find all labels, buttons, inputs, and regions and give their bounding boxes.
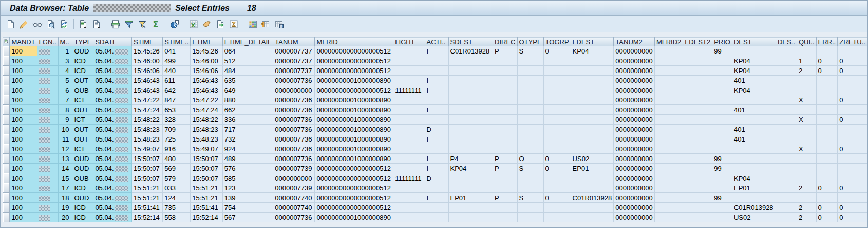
cell-acti[interactable]: I bbox=[425, 154, 448, 164]
cell-qui[interactable] bbox=[797, 173, 816, 183]
cell-direc[interactable] bbox=[493, 66, 517, 76]
cell-lgn[interactable] bbox=[37, 164, 58, 173]
cell-stime[interactable]: 15:51:21 bbox=[132, 193, 163, 203]
cell-mfrid[interactable]: 00000000000000000512 bbox=[315, 193, 393, 203]
cell-stime_d[interactable]: 569 bbox=[163, 164, 191, 173]
cell-tanum[interactable]: 0000007740 bbox=[273, 193, 315, 203]
cell-direc[interactable]: P bbox=[493, 154, 517, 164]
cell-qui[interactable]: 2 bbox=[797, 203, 816, 213]
create-icon[interactable] bbox=[4, 17, 17, 31]
cell-fdest2[interactable] bbox=[683, 95, 712, 105]
cell-stime[interactable]: 15:50:07 bbox=[132, 154, 163, 164]
col-header-stime[interactable]: STIME bbox=[132, 38, 163, 46]
cell-err[interactable] bbox=[816, 85, 838, 95]
cell-stime[interactable]: 15:51:41 bbox=[132, 203, 163, 213]
row-select-button[interactable] bbox=[3, 164, 10, 173]
cell-stime[interactable]: 15:46:43 bbox=[132, 76, 163, 85]
cell-light[interactable] bbox=[393, 164, 425, 173]
cell-m[interactable]: 8 bbox=[58, 105, 72, 115]
cell-fdest2[interactable] bbox=[683, 183, 712, 193]
print-icon[interactable] bbox=[109, 17, 122, 31]
cell-etime_detail[interactable]: 754 bbox=[222, 203, 273, 213]
cell-tanum[interactable]: 0000007736 bbox=[273, 95, 315, 105]
cell-etime_detail[interactable]: 924 bbox=[222, 144, 273, 154]
cell-fdest2[interactable] bbox=[683, 154, 712, 164]
cell-mandt[interactable]: 100 bbox=[10, 125, 37, 134]
cell-stime[interactable]: 15:50:07 bbox=[132, 173, 163, 183]
cell-fdest2[interactable] bbox=[683, 125, 712, 134]
cell-sdest[interactable] bbox=[448, 66, 493, 76]
cell-type[interactable]: OUD bbox=[72, 154, 93, 164]
cell-etime[interactable]: 15:48:23 bbox=[191, 125, 223, 134]
cell-lgn[interactable] bbox=[37, 203, 58, 213]
cell-etime_detail[interactable]: 489 bbox=[222, 154, 273, 164]
cell-dest[interactable] bbox=[732, 164, 776, 173]
cell-mandt[interactable]: 100 bbox=[10, 66, 37, 76]
cell-etime[interactable]: 15:46:06 bbox=[191, 66, 223, 76]
cell-des[interactable] bbox=[776, 85, 797, 95]
cell-lgn[interactable] bbox=[37, 76, 58, 85]
cell-otype[interactable] bbox=[517, 85, 543, 95]
cell-acti[interactable] bbox=[425, 144, 448, 154]
cell-otype[interactable]: S bbox=[517, 164, 543, 173]
cell-acti[interactable] bbox=[425, 203, 448, 213]
cell-mfrid2[interactable] bbox=[654, 154, 683, 164]
cell-qui[interactable] bbox=[797, 154, 816, 164]
cell-dest[interactable]: C01R013928 bbox=[732, 203, 776, 213]
cell-tanum[interactable]: 0000007736 bbox=[273, 144, 315, 154]
cell-mfrid2[interactable] bbox=[654, 95, 683, 105]
cell-acti[interactable]: D bbox=[425, 125, 448, 134]
cell-etime[interactable]: 15:47:22 bbox=[191, 95, 223, 105]
col-header-togrp[interactable]: TOGRP bbox=[543, 38, 571, 46]
row-select-button[interactable] bbox=[3, 115, 10, 125]
cell-prio[interactable] bbox=[712, 115, 732, 125]
cell-zretu[interactable]: 0 bbox=[838, 56, 867, 66]
cell-light[interactable] bbox=[393, 76, 425, 85]
cell-light[interactable] bbox=[393, 183, 425, 193]
cell-mfrid[interactable]: 00000000001000000890 bbox=[315, 95, 393, 105]
col-header-mfrid[interactable]: MFRID bbox=[315, 38, 393, 46]
cell-sdate[interactable]: 05.04. bbox=[93, 85, 132, 95]
cell-sdate[interactable]: 05.04. bbox=[93, 56, 132, 66]
cell-dest[interactable] bbox=[732, 46, 776, 56]
cell-mfrid2[interactable] bbox=[654, 134, 683, 144]
cell-err[interactable]: 0 bbox=[816, 183, 838, 193]
cell-acti[interactable]: I bbox=[425, 76, 448, 85]
cell-direc[interactable] bbox=[493, 95, 517, 105]
cell-des[interactable] bbox=[776, 203, 797, 213]
cell-tanum2[interactable]: 0000000000 bbox=[614, 183, 655, 193]
cell-fdest2[interactable] bbox=[683, 66, 712, 76]
cell-acti[interactable] bbox=[425, 95, 448, 105]
cell-acti[interactable]: I bbox=[425, 164, 448, 173]
cell-otype[interactable]: S bbox=[517, 46, 543, 56]
grid-layout-icon[interactable] bbox=[246, 17, 259, 31]
cell-type[interactable]: ICD bbox=[72, 203, 93, 213]
cell-fdest2[interactable] bbox=[683, 85, 712, 95]
cell-lgn[interactable] bbox=[37, 46, 58, 56]
cell-zretu[interactable] bbox=[838, 134, 867, 144]
cell-sdate[interactable]: 05.04. bbox=[93, 164, 132, 173]
display-glasses-icon[interactable] bbox=[31, 17, 44, 31]
cell-des[interactable] bbox=[776, 213, 797, 222]
cell-sdest[interactable] bbox=[448, 203, 493, 213]
cell-sdest[interactable] bbox=[448, 105, 493, 115]
cell-togrp[interactable] bbox=[543, 85, 571, 95]
cell-acti[interactable]: I bbox=[425, 134, 448, 144]
excel-export-icon[interactable]: X bbox=[187, 17, 200, 31]
cell-stime_d[interactable]: 124 bbox=[163, 193, 191, 203]
cell-mandt[interactable]: 100 bbox=[10, 164, 37, 173]
cell-mfrid2[interactable] bbox=[654, 56, 683, 66]
cell-type[interactable]: OUT bbox=[72, 105, 93, 115]
cell-mandt[interactable]: 100 bbox=[10, 134, 37, 144]
cell-prio[interactable] bbox=[712, 203, 732, 213]
cell-m[interactable]: 3 bbox=[58, 56, 72, 66]
cell-m[interactable]: 7 bbox=[58, 95, 72, 105]
cell-otype[interactable] bbox=[517, 213, 543, 222]
cell-tanum[interactable]: 0000000000 bbox=[273, 85, 315, 95]
cell-tanum[interactable]: 0000007736 bbox=[273, 134, 315, 144]
cell-etime_detail[interactable]: 512 bbox=[222, 56, 273, 66]
cell-type[interactable]: OUB bbox=[72, 173, 93, 183]
cell-sdate[interactable]: 05.04. bbox=[93, 46, 132, 56]
col-header-tanum[interactable]: TANUM bbox=[273, 38, 315, 46]
cell-mfrid2[interactable] bbox=[654, 193, 683, 203]
